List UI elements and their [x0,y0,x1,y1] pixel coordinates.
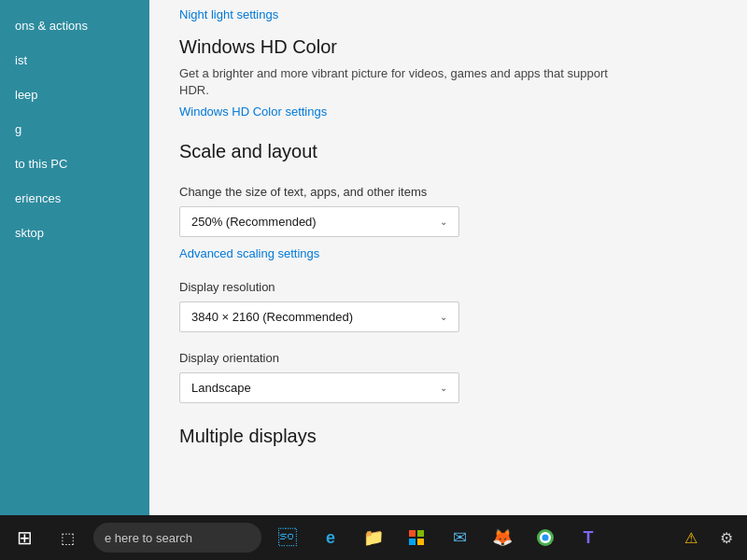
scale-chevron-icon: ⌄ [440,217,447,227]
orientation-value: Landscape [191,381,251,395]
scale-layout-title: Scale and layout [179,141,717,162]
sidebar-item-desktop[interactable]: sktop [0,217,149,249]
svg-point-6 [543,535,549,541]
taskbar-warning-icon[interactable]: ⚠ [674,517,708,558]
resolution-label: Display resolution [179,280,717,294]
start-button[interactable]: ⊞ [4,517,45,558]
size-label: Change the size of text, apps, and other… [179,185,717,199]
taskbar-system-icons: ⚠ ⚙ [674,517,743,558]
taskbar-settings-icon[interactable]: ⚙ [710,517,743,558]
hd-color-description: Get a brighter and more vibrant picture … [179,65,627,99]
svg-rect-1 [417,530,424,537]
multiple-displays-title: Multiple displays [179,426,717,447]
hd-color-section: Windows HD Color Get a brighter and more… [179,36,717,141]
orientation-dropdown[interactable]: Landscape ⌄ [179,372,459,403]
taskbar-file-explorer[interactable]: 📁 [353,517,394,558]
sidebar-item-this-pc[interactable]: to this PC [0,147,149,180]
orientation-label: Display orientation [179,351,717,365]
svg-rect-2 [409,539,416,545]
sidebar: ons & actions ist leep g to this PC erie… [0,0,149,515]
advanced-scaling-link[interactable]: Advanced scaling settings [179,246,319,260]
scale-value: 250% (Recommended) [191,215,317,229]
orientation-group: Display orientation Landscape ⌄ [179,351,717,403]
main-area: ons & actions ist leep g to this PC erie… [0,0,747,515]
hd-color-title: Windows HD Color [179,36,717,58]
taskbar-edge-icon[interactable]:  [267,517,308,558]
resolution-chevron-icon: ⌄ [440,312,447,322]
sidebar-item-experiences[interactable]: eriences [0,182,149,215]
taskbar-teams[interactable]: T [568,517,609,558]
sidebar-item-notifications[interactable]: ons & actions [0,9,149,42]
hd-color-link[interactable]: Windows HD Color settings [179,105,327,119]
search-placeholder-text: e here to search [105,531,192,545]
night-light-link[interactable]: Night light settings [179,0,717,36]
taskbar-chrome[interactable] [525,517,566,558]
scale-layout-section: Scale and layout Change the size of text… [179,141,717,403]
resolution-group: Display resolution 3840 × 2160 (Recommen… [179,280,717,332]
taskbar-search[interactable]: e here to search [93,523,261,553]
taskbar-store[interactable] [396,517,437,558]
orientation-chevron-icon: ⌄ [440,383,447,393]
resolution-dropdown[interactable]: 3840 × 2160 (Recommended) ⌄ [179,301,459,332]
taskbar: ⊞ ⬚ e here to search  e 📁 ✉ 🦊 T ⚠ ⚙ [0,515,747,560]
taskbar-edge-app[interactable]: e [310,517,351,558]
sidebar-item-g[interactable]: g [0,113,149,146]
sidebar-item-sleep[interactable]: leep [0,78,149,111]
content-area: Night light settings Windows HD Color Ge… [149,0,747,515]
scale-dropdown[interactable]: 250% (Recommended) ⌄ [179,206,459,237]
svg-rect-0 [409,530,416,537]
sidebar-item-list[interactable]: ist [0,44,149,77]
task-view-button[interactable]: ⬚ [47,517,88,558]
svg-rect-3 [417,539,424,545]
resolution-value: 3840 × 2160 (Recommended) [191,310,353,324]
taskbar-mail[interactable]: ✉ [439,517,480,558]
taskbar-firefox[interactable]: 🦊 [482,517,523,558]
